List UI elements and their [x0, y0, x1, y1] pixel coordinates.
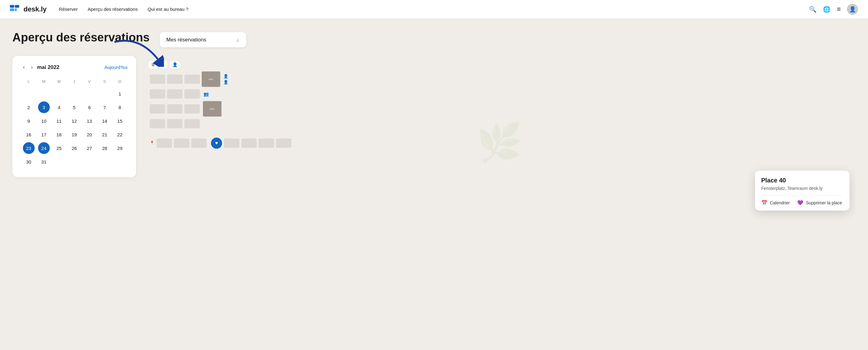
calendar-card: ‹ › mai 2022 Aujourd'hui L M M J V S D [12, 56, 136, 177]
menu-button[interactable]: ≡ [837, 5, 841, 13]
cal-day-6[interactable]: 6 [84, 101, 95, 113]
cal-header-d: D [112, 77, 127, 87]
cal-header-m2: M [51, 77, 66, 87]
logo-icon [10, 5, 21, 13]
calendar-next-button[interactable]: › [29, 63, 35, 71]
cal-day-13[interactable]: 13 [84, 115, 95, 127]
cal-day-empty [53, 88, 65, 100]
logo-text: desk.ly [24, 5, 47, 13]
cal-day-23[interactable]: 23 [23, 142, 35, 154]
person-icon: 👤 [172, 62, 178, 67]
cal-day-26[interactable]: 26 [68, 142, 80, 154]
cal-header-s: S [97, 77, 112, 87]
cal-day-empty [114, 156, 126, 167]
cal-day-empty [99, 156, 111, 167]
cal-day-28[interactable]: 28 [99, 142, 111, 154]
navbar: desk.ly Réserver Aperçu des réservations… [0, 0, 868, 19]
calendar-action-icon: 📅 [761, 200, 768, 205]
cal-day-10[interactable]: 10 [38, 115, 50, 127]
floor-plan-area: IMG 👤 👤 👥 [150, 71, 849, 223]
cal-day-14[interactable]: 14 [99, 115, 111, 127]
cal-day-8[interactable]: 8 [114, 101, 126, 113]
tooltip-subtitle: Fensterplatz, Teamraum desk.ly [761, 186, 842, 191]
search-icon: 🔍 [809, 6, 817, 13]
cal-day-21[interactable]: 21 [99, 129, 111, 140]
cal-day-20[interactable]: 20 [84, 129, 95, 140]
cal-day-24[interactable]: 24 [38, 142, 50, 154]
search-button[interactable]: 🔍 [809, 6, 817, 13]
dropdown-arrow-icon: ↓ [237, 36, 240, 43]
cal-header-m1: M [36, 77, 51, 87]
svg-rect-1 [15, 5, 19, 8]
cal-day-empty [53, 156, 65, 167]
floorplan-person-icon-button[interactable]: 👤 [170, 61, 180, 68]
main-content: ‹ › mai 2022 Aujourd'hui L M M J V S D [12, 56, 856, 229]
cal-day-12[interactable]: 12 [68, 115, 80, 127]
cal-day-29[interactable]: 29 [114, 142, 126, 154]
cal-header-l: L [21, 77, 36, 87]
chevron-right-icon: › [31, 64, 33, 70]
logo[interactable]: desk.ly [10, 5, 47, 13]
cal-day-25[interactable]: 25 [53, 142, 65, 154]
pointer-arrow [108, 39, 164, 67]
heart-action-icon: 💜 [797, 200, 803, 205]
hamburger-icon: ≡ [837, 5, 841, 13]
calendar-nav-left: ‹ › mai 2022 [21, 63, 59, 71]
cal-day-2[interactable]: 2 [23, 101, 35, 113]
cal-day-4[interactable]: 4 [53, 101, 65, 113]
calendar-prev-button[interactable]: ‹ [21, 63, 27, 71]
mes-reservations-dropdown[interactable]: Mes réservations ↓ [160, 32, 246, 47]
cal-day-3[interactable]: 3 [38, 101, 50, 113]
chevron-left-icon: ‹ [23, 64, 25, 70]
cal-day-empty [68, 156, 80, 167]
nav-link-bureau[interactable]: Qui est au bureau ? [148, 6, 188, 12]
tooltip-actions: 📅 Calendrier 💜 Supprimer la place [761, 200, 842, 205]
tooltip-calendar-label: Calendrier [770, 200, 790, 205]
svg-rect-2 [10, 8, 14, 11]
right-panel: 🌿 🖥 ↓ 👤 [144, 56, 856, 229]
calendar-month: mai 2022 [37, 64, 59, 70]
svg-rect-3 [15, 8, 17, 11]
nav-actions: 🔍 🌐 ≡ 👤 [809, 4, 858, 15]
cal-header-v: V [82, 77, 97, 87]
cal-day-17[interactable]: 17 [38, 129, 50, 140]
cal-day-7[interactable]: 7 [99, 101, 111, 113]
cal-day-5[interactable]: 5 [68, 101, 80, 113]
cal-day-27[interactable]: 27 [84, 142, 95, 154]
cal-day-9[interactable]: 9 [23, 115, 35, 127]
nav-link-reserver[interactable]: Réserver [59, 6, 78, 12]
cal-day-22[interactable]: 22 [114, 129, 126, 140]
cal-day-empty [99, 88, 111, 100]
globe-button[interactable]: 🌐 [823, 6, 831, 13]
tooltip-divider [761, 195, 842, 195]
cal-day-1[interactable]: 1 [114, 88, 126, 100]
nav-link-apercu[interactable]: Aperçu des réservations [88, 6, 138, 12]
tooltip-title: Place 40 [761, 177, 842, 184]
cal-day-11[interactable]: 11 [53, 115, 65, 127]
cal-day-empty [23, 88, 35, 100]
tooltip-delete-label: Supprimer la place [806, 200, 842, 205]
cal-day-18[interactable]: 18 [53, 129, 65, 140]
tooltip-delete-action[interactable]: 💜 Supprimer la place [797, 200, 842, 205]
cal-day-31[interactable]: 31 [38, 156, 50, 167]
svg-rect-0 [10, 5, 14, 8]
dropdown-label: Mes réservations [166, 37, 206, 43]
calendar-grid: L M M J V S D 1 2 3 4 5 6 [21, 77, 127, 168]
tooltip-calendar-action[interactable]: 📅 Calendrier [761, 200, 790, 205]
nav-links: Réserver Aperçu des réservations Qui est… [59, 6, 809, 12]
cal-day-empty [68, 88, 80, 100]
cal-header-j: J [66, 77, 82, 87]
cal-day-empty [84, 88, 95, 100]
cal-day-15[interactable]: 15 [114, 115, 126, 127]
page-content: Aperçu des réservations Mes réservations… [0, 19, 868, 235]
place-tooltip: Place 40 Fensterplatz, Teamraum desk.ly … [755, 171, 849, 211]
cal-day-empty [84, 156, 95, 167]
avatar[interactable]: 👤 [847, 4, 858, 15]
user-icon: 👤 [849, 6, 856, 13]
cal-day-19[interactable]: 19 [68, 129, 80, 140]
globe-icon: 🌐 [823, 6, 831, 13]
cal-day-empty [38, 88, 50, 100]
cal-day-16[interactable]: 16 [23, 129, 35, 140]
cal-day-30[interactable]: 30 [23, 156, 35, 167]
